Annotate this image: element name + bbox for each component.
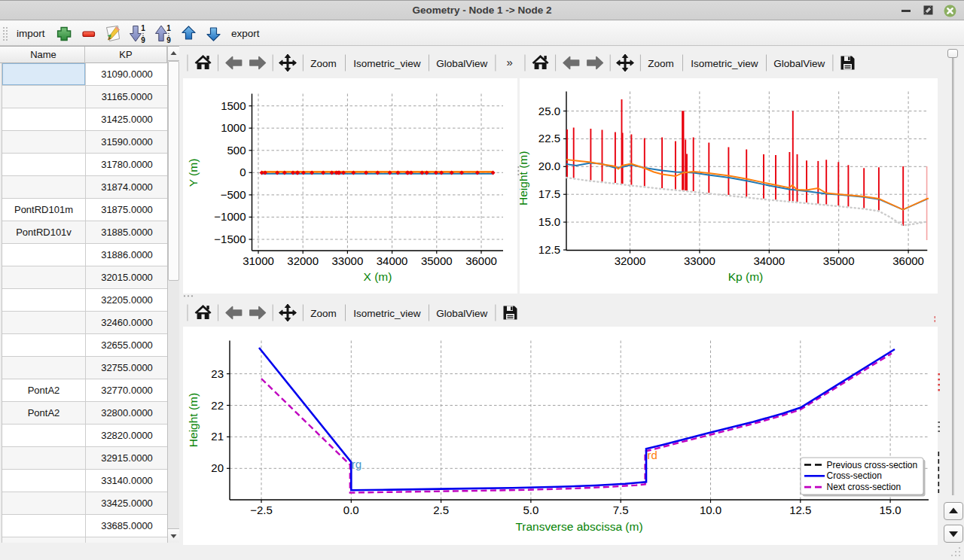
svg-text:X (m): X (m) bbox=[364, 270, 392, 283]
svg-text:Cross-section: Cross-section bbox=[827, 470, 882, 481]
svg-text:36000: 36000 bbox=[892, 254, 924, 267]
svg-text:rd: rd bbox=[648, 449, 657, 461]
svg-text:34000: 34000 bbox=[753, 254, 785, 267]
svg-text:Previous cross-section: Previous cross-section bbox=[827, 460, 918, 470]
svg-text:Y (m): Y (m) bbox=[187, 159, 200, 187]
svg-text:−2.5: −2.5 bbox=[250, 504, 273, 516]
svg-text:−1500: −1500 bbox=[214, 233, 246, 245]
svg-text:23: 23 bbox=[211, 367, 224, 380]
svg-text:33000: 33000 bbox=[684, 254, 715, 267]
svg-text:Height (m): Height (m) bbox=[520, 151, 530, 205]
svg-text:−1000: −1000 bbox=[214, 210, 246, 223]
svg-text:0: 0 bbox=[239, 166, 246, 178]
svg-text:25.0: 25.0 bbox=[538, 105, 560, 117]
svg-text:Zoom: Zoom bbox=[310, 58, 337, 69]
svg-text:12.5: 12.5 bbox=[538, 243, 560, 256]
svg-text:Zoom: Zoom bbox=[310, 308, 337, 319]
svg-text:35000: 35000 bbox=[421, 254, 453, 267]
svg-text:Kp (m): Kp (m) bbox=[728, 270, 764, 283]
svg-text:5.0: 5.0 bbox=[523, 504, 538, 516]
svg-text:GlobalView: GlobalView bbox=[436, 58, 487, 69]
svg-text:Isometric_view: Isometric_view bbox=[353, 308, 421, 319]
svg-text:Next cross-section: Next cross-section bbox=[827, 482, 901, 492]
svg-text:»: » bbox=[506, 56, 512, 68]
svg-text:2.5: 2.5 bbox=[433, 504, 449, 516]
svg-text:Height (m): Height (m) bbox=[187, 393, 200, 447]
svg-text:rg: rg bbox=[352, 458, 362, 470]
svg-text:22.5: 22.5 bbox=[538, 132, 560, 145]
svg-text:0.0: 0.0 bbox=[343, 504, 359, 516]
svg-text:32000: 32000 bbox=[615, 254, 646, 267]
svg-text:Zoom: Zoom bbox=[648, 58, 674, 69]
svg-text:10.0: 10.0 bbox=[700, 504, 721, 516]
svg-text:31000: 31000 bbox=[243, 254, 274, 267]
svg-text:34000: 34000 bbox=[377, 254, 408, 267]
svg-text:−500: −500 bbox=[221, 188, 246, 201]
svg-text:GlobalView: GlobalView bbox=[436, 308, 487, 319]
svg-text:36000: 36000 bbox=[465, 254, 497, 267]
svg-text:Isometric_view: Isometric_view bbox=[691, 58, 758, 69]
svg-text:Transverse abscissa (m): Transverse abscissa (m) bbox=[515, 520, 642, 533]
svg-text:500: 500 bbox=[227, 144, 246, 157]
svg-text:35000: 35000 bbox=[823, 254, 855, 267]
svg-text:1000: 1000 bbox=[221, 121, 246, 134]
svg-text:12.5: 12.5 bbox=[789, 504, 811, 516]
svg-text:Isometric_view: Isometric_view bbox=[353, 58, 421, 69]
svg-text:7.5: 7.5 bbox=[613, 504, 629, 516]
svg-text:20.0: 20.0 bbox=[538, 160, 560, 172]
svg-text:1500: 1500 bbox=[221, 99, 246, 112]
svg-text:GlobalView: GlobalView bbox=[773, 58, 825, 69]
svg-text:15.0: 15.0 bbox=[879, 504, 901, 516]
svg-text:15.0: 15.0 bbox=[538, 215, 560, 228]
svg-text:33000: 33000 bbox=[332, 254, 364, 267]
svg-text:21: 21 bbox=[211, 430, 224, 443]
svg-text:22: 22 bbox=[211, 399, 224, 412]
svg-text:32000: 32000 bbox=[287, 254, 319, 267]
svg-text:17.5: 17.5 bbox=[538, 187, 560, 200]
svg-text:20: 20 bbox=[211, 461, 224, 474]
